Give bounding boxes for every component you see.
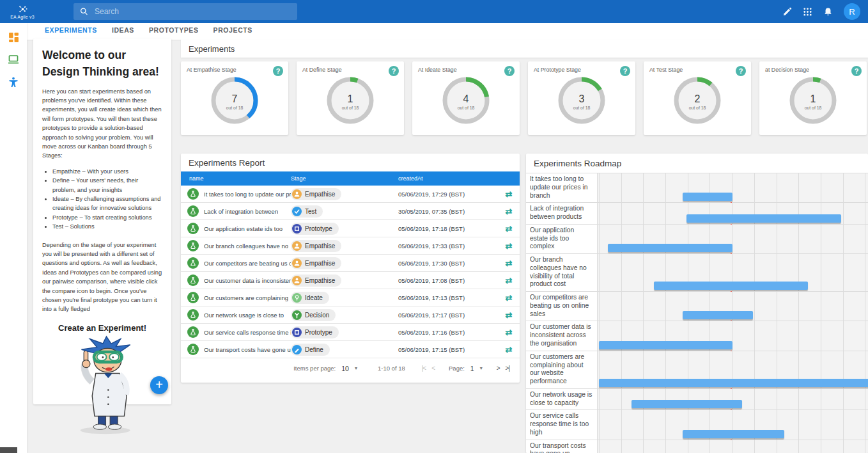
experiment-name: Our customers are complaining	[204, 294, 288, 301]
search-input[interactable]	[95, 7, 291, 16]
compare-icon[interactable]: ⇄	[498, 328, 520, 337]
gantt-row-plot	[598, 351, 868, 388]
square-icon	[292, 328, 302, 337]
tab-prototypes[interactable]: PROTOTYPES	[148, 26, 200, 40]
table-row[interactable]: Our transport costs have gone up Define …	[181, 341, 520, 358]
gantt-row-label: Our customers are complaining about our …	[526, 351, 598, 388]
left-rail	[0, 23, 27, 453]
last-page-icon[interactable]: >|	[506, 365, 509, 372]
add-button[interactable]: +	[150, 376, 168, 394]
stage-chip: Prototype	[291, 326, 339, 338]
table-row[interactable]: Our customer data is inconsistent Empath…	[181, 272, 520, 289]
gantt-bar[interactable]	[654, 282, 808, 290]
table-row[interactable]: Our service calls response time is Proto…	[181, 324, 520, 341]
boards-icon[interactable]	[8, 54, 19, 65]
table-row[interactable]: Our competitors are beating us on Empath…	[181, 255, 520, 272]
appbar-actions: R	[782, 3, 868, 20]
gantt-row-label: Lack of integration between products	[526, 203, 598, 224]
tab-ideas[interactable]: IDEAS	[111, 26, 136, 40]
table-row[interactable]: It takes too long to update our prices E…	[181, 186, 520, 203]
stage-card-title: At Prototype Stage	[534, 67, 630, 73]
person-icon	[292, 241, 302, 251]
stage-cards-row: At Empathise Stage ? 7 out of 18 At Defi…	[181, 61, 868, 135]
table-row[interactable]: Lack of integration between Test 30/05/2…	[181, 203, 520, 220]
report-title: Experiments Report	[181, 154, 520, 171]
help-icon[interactable]: ?	[389, 66, 399, 76]
compare-icon[interactable]: ⇄	[498, 224, 520, 234]
page-value[interactable]: 1	[470, 365, 474, 372]
mascot-image	[56, 335, 149, 436]
help-icon[interactable]: ?	[851, 66, 862, 76]
table-row[interactable]: Our application estate ids too Prototype…	[181, 220, 520, 237]
help-icon[interactable]: ?	[273, 66, 283, 76]
gantt-row: Our application estate ids too complex	[526, 225, 868, 254]
roadmap-title: Experiments Roadmap	[526, 154, 868, 173]
check-icon	[292, 207, 302, 216]
stage-label: Ideate	[305, 294, 323, 301]
help-icon[interactable]: ?	[620, 66, 630, 76]
app-bar: EA Agile v3 R	[0, 0, 868, 23]
created-at: 05/06/2019, 17:17 (BST)	[398, 312, 498, 319]
accessibility-icon[interactable]	[8, 77, 19, 88]
gantt-row: Our competitors are beating us on online…	[526, 292, 868, 321]
stage-chip: Decision	[291, 309, 336, 321]
logo-icon	[18, 4, 27, 14]
compare-icon[interactable]: ⇄	[498, 207, 520, 216]
svg-text:1: 1	[348, 93, 353, 104]
gantt-bar[interactable]	[683, 430, 784, 438]
stage-label: Prototype	[305, 225, 332, 232]
experiment-name: Our network usage is close to	[204, 312, 284, 319]
compare-icon[interactable]: ⇄	[498, 293, 520, 303]
stage-bullet-list: Empathize – With your usersDefine – Your…	[52, 167, 162, 232]
compare-icon[interactable]: ⇄	[498, 241, 520, 251]
help-icon[interactable]: ?	[736, 66, 746, 76]
gantt-row-plot	[598, 389, 868, 410]
svg-text:out of 18: out of 18	[805, 106, 822, 110]
notifications-icon[interactable]	[823, 7, 833, 17]
edit-icon[interactable]	[782, 7, 792, 17]
stage-chip: Empathise	[291, 240, 341, 252]
gantt-bar[interactable]	[608, 244, 732, 252]
search-bar[interactable]	[74, 3, 297, 20]
next-page-icon[interactable]: >	[497, 365, 500, 372]
first-page-icon[interactable]: |<	[422, 365, 426, 372]
items-per-page-value[interactable]: 10	[341, 365, 349, 372]
gantt-bar[interactable]	[599, 379, 868, 387]
experiment-name: Our branch colleagues have no	[204, 242, 288, 250]
tab-experiments[interactable]: EXPERIMENTS	[43, 26, 98, 40]
gantt-bar[interactable]	[683, 193, 732, 201]
help-icon[interactable]: ?	[504, 66, 515, 76]
compare-icon[interactable]: ⇄	[498, 310, 520, 320]
experiment-icon	[187, 344, 199, 355]
gantt-bar[interactable]	[686, 214, 841, 223]
gantt-bar[interactable]	[599, 341, 732, 349]
table-row[interactable]: Our branch colleagues have no Empathise …	[181, 237, 520, 255]
apps-grid-icon[interactable]	[803, 7, 812, 17]
stage-chip: Prototype	[291, 223, 339, 235]
experiment-name: It takes too long to update our prices	[204, 191, 291, 198]
svg-text:4: 4	[463, 93, 469, 104]
gantt-row: Lack of integration between products	[526, 203, 868, 225]
table-row[interactable]: Our customers are complaining Ideate 05/…	[181, 289, 520, 306]
welcome-title: Welcome to our Design Thinking area!	[42, 47, 162, 81]
compare-icon[interactable]: ⇄	[498, 345, 520, 354]
gantt-bar[interactable]	[683, 311, 753, 319]
avatar[interactable]: R	[844, 3, 860, 20]
dashboard-icon[interactable]	[8, 32, 19, 43]
stage-donut-chart: 7 out of 18	[187, 74, 283, 127]
items-per-page-caret-icon[interactable]: ▾	[355, 365, 357, 371]
tab-projects[interactable]: PROJECTS	[212, 26, 254, 40]
page-caret-icon[interactable]: ▾	[480, 365, 483, 371]
table-row[interactable]: Our network usage is close to Decision 0…	[181, 306, 520, 324]
gantt-bar[interactable]	[632, 400, 742, 408]
gantt-row-plot	[598, 254, 868, 291]
gantt-row-plot	[598, 225, 868, 253]
compare-icon[interactable]: ⇄	[498, 189, 520, 199]
compare-icon[interactable]: ⇄	[498, 258, 520, 268]
report-table-body: It takes too long to update our prices E…	[181, 186, 520, 358]
compare-icon[interactable]: ⇄	[498, 276, 520, 285]
gantt-row: Our customer data is inconsistent across…	[526, 321, 868, 351]
stage-donut-chart: 4 out of 18	[418, 74, 514, 127]
prev-page-icon[interactable]: <	[431, 365, 435, 372]
created-at: 30/05/2019, 07:35 (BST)	[398, 208, 498, 215]
